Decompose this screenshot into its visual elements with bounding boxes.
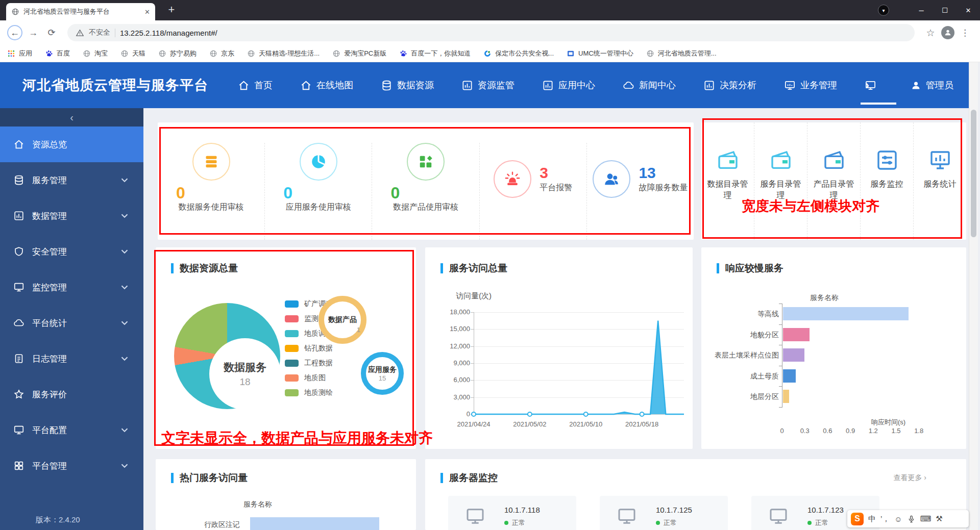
nav-item-首页[interactable]: 首页 [238,79,273,91]
sidebar-item-服务评价[interactable]: 服务评价 [0,376,143,412]
bookmark-item[interactable]: 淘宝 [83,49,108,58]
nav-item-决策分析[interactable]: 决策分析 [703,79,756,91]
bar[interactable] [783,328,810,341]
monitor-icon [13,424,24,436]
sidebar: ‹ 资源总览服务管理数据管理安全管理监控管理平台统计日志管理服务评价平台配置平台… [0,108,143,530]
category-tick [779,324,782,325]
sidebar-item-监控管理[interactable]: 监控管理 [0,269,143,305]
chevron-down-icon [119,246,130,257]
forward-button[interactable]: → [26,25,41,40]
nav-item-label: 数据资源 [397,79,434,91]
bookmark-item[interactable]: 百度 [45,49,70,58]
bar[interactable] [783,369,796,383]
sidebar-item-安全管理[interactable]: 安全管理 [0,234,143,269]
nav-item-应用中心[interactable]: 应用中心 [542,79,595,91]
nav-item-label: 新闻中心 [639,79,676,91]
back-button[interactable]: ← [7,25,22,40]
quick-action-服务统计[interactable]: 服务统计 [914,122,966,240]
sidebar-item-平台统计[interactable]: 平台统计 [0,305,143,341]
ime-tool[interactable]: ’， [880,514,890,524]
data-product-bubble[interactable]: 数据产品 1 [318,296,366,344]
quick-action-产品目录管理[interactable]: 产品目录管理 [807,122,861,240]
nav-item-more[interactable] [865,80,876,91]
monitor-chart-icon [784,80,796,91]
legend-item[interactable]: 工程数据 [285,356,333,370]
quick-action-数据目录管理[interactable]: 数据目录管理 [701,122,754,240]
legend-label: 工程数据 [304,359,333,368]
ime-logo[interactable]: S [851,513,864,525]
close-button[interactable]: ✕ [957,0,980,20]
version-label: 版本：2.4.20 [36,515,80,525]
nav-item-业务管理[interactable]: 业务管理 [784,79,837,91]
server-icon [202,153,220,171]
bar[interactable] [250,517,379,530]
server-item[interactable]: 10.1.7.125正常 [600,496,728,530]
nav-item-新闻中心[interactable]: 新闻中心 [623,79,676,91]
mic-icon[interactable] [907,515,916,523]
bookmark-item[interactable]: 河北省地质云管理... [646,49,717,58]
tab-close-icon[interactable]: ✕ [144,8,150,16]
bar[interactable] [783,348,804,362]
bar-label: 行政区注记 [163,520,240,529]
bookmark-item[interactable]: 天猫 [120,49,145,58]
profile-avatar[interactable] [941,26,954,39]
ime-tool[interactable]: ⚒ [936,514,942,523]
bookmark-star-icon[interactable]: ☆ [923,25,938,40]
view-more-link[interactable]: 查看更多 › [893,473,926,483]
bar[interactable] [783,307,909,320]
legend-item[interactable]: 地质测绘 [285,385,333,400]
legend-item[interactable]: 地质图 [285,370,333,385]
ime-tool[interactable]: ☺ [894,515,902,523]
bookmark-item[interactable]: 爱淘宝PC新版 [332,49,386,58]
bar-label: 地貌分区 [702,331,779,340]
sidebar-item-数据管理[interactable]: 数据管理 [0,198,143,234]
bar[interactable] [783,390,789,403]
app-header: 河北省地质云管理与服务平台 首页在线地图数据资源资源监管应用中心新闻中心决策分析… [0,62,969,108]
x-tick-label: 1.2 [863,427,884,435]
app-service-bubble[interactable]: 应用服务 15 [361,352,404,395]
quick-action-服务目录管理[interactable]: 服务目录管理 [754,122,807,240]
scrollbar-thumb[interactable] [971,110,976,237]
ime-toolbar[interactable]: S中’，☺⌨⚒ [847,510,969,527]
x-axis-label: 响应时间(s) [871,418,905,427]
sidebar-collapse-button[interactable]: ‹ [0,108,143,127]
legend-item[interactable]: 钻孔数据 [285,341,333,356]
sidebar-item-平台管理[interactable]: 平台管理 [0,448,143,484]
nav-item-在线地图[interactable]: 在线地图 [300,79,353,91]
sidebar-item-日志管理[interactable]: 日志管理 [0,341,143,376]
bookmark-label: 河北省地质云管理... [658,49,717,58]
browser-menu-icon[interactable]: ⋮ [958,25,973,40]
bookmark-item[interactable]: 京东 [209,49,234,58]
bookmark-item[interactable]: 百度一下，你就知道 [399,49,471,58]
minimize-button[interactable]: ─ [910,0,933,20]
x-tick-label: 0 [772,427,792,435]
ime-tool[interactable]: ⌨ [920,514,932,523]
cloud-icon [623,80,634,91]
monitor-icon [463,506,487,526]
nav-item-数据资源[interactable]: 数据资源 [381,79,434,91]
nav-item-资源监管[interactable]: 资源监管 [461,79,514,91]
sidebar-item-服务管理[interactable]: 服务管理 [0,162,143,198]
sidebar-item-平台配置[interactable]: 平台配置 [0,412,143,448]
browser-tab[interactable]: 河北省地质云管理与服务平台 ✕ [6,3,155,20]
globe-icon [158,49,166,58]
refresh-button[interactable]: ⟳ [44,25,59,40]
ime-tool[interactable]: 中 [868,514,876,524]
chevron-down-icon [119,317,130,329]
media-controls-button[interactable]: ▾ [878,5,889,16]
bookmark-item[interactable]: 保定市公共安全视... [483,49,554,58]
bookmark-item[interactable]: 应用 [7,49,32,58]
bubble-label: 应用服务 [368,365,397,374]
bookmark-item[interactable]: 苏宁易购 [158,49,197,58]
scrollbar[interactable] [969,62,978,530]
card-title: 服务访问总量 [425,247,693,275]
server-item[interactable]: 10.1.7.118正常 [448,496,576,530]
url-field[interactable]: 不安全 13.225.2.118/management#/ [67,24,915,41]
admin-menu[interactable]: 管理员 [911,79,953,91]
sidebar-item-资源总览[interactable]: 资源总览 [0,127,143,162]
quick-action-服务监控[interactable]: 服务监控 [861,122,914,240]
maximize-button[interactable]: ☐ [933,0,957,20]
new-tab-button[interactable]: + [164,3,179,17]
bookmark-item[interactable]: 天猫精选-理想生活... [247,49,320,58]
bookmark-item[interactable]: UMC统一管理中心 [567,49,633,58]
